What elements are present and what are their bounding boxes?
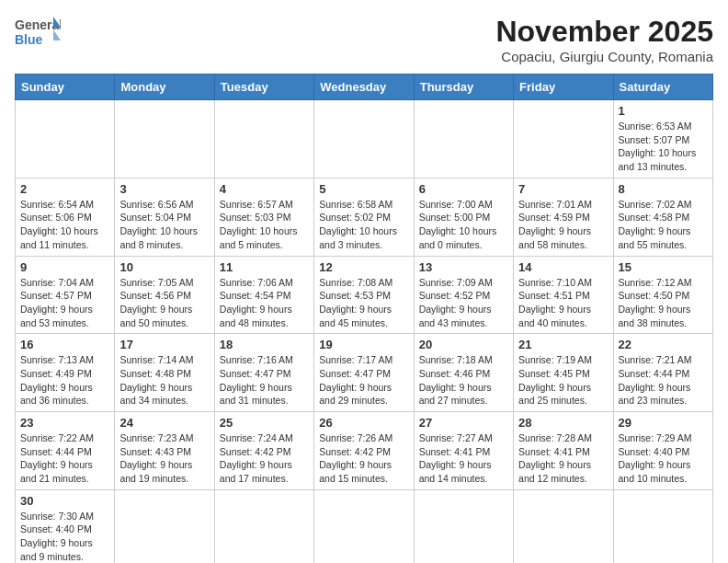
calendar-cell: 4Sunrise: 6:57 AM Sunset: 5:03 PM Daylig… [214, 178, 313, 256]
day-number: 17 [119, 338, 209, 351]
calendar-cell: 19Sunrise: 7:17 AM Sunset: 4:47 PM Dayli… [314, 334, 414, 412]
logo-svg: General Blue [15, 15, 61, 55]
week-row-1: 1Sunrise: 6:53 AM Sunset: 5:07 PM Daylig… [16, 100, 713, 178]
day-number: 5 [319, 182, 408, 196]
day-number: 15 [619, 260, 708, 274]
calendar-cell: 9Sunrise: 7:04 AM Sunset: 4:57 PM Daylig… [16, 256, 115, 334]
cell-info: Sunrise: 7:27 AM Sunset: 4:41 PM Dayligh… [419, 431, 508, 486]
calendar-cell: 17Sunrise: 7:14 AM Sunset: 4:48 PM Dayli… [115, 334, 214, 412]
day-header-sunday: Sunday [16, 75, 115, 100]
cell-info: Sunrise: 7:23 AM Sunset: 4:43 PM Dayligh… [119, 431, 209, 486]
day-number: 3 [119, 182, 209, 196]
day-number: 6 [419, 182, 508, 196]
day-number: 28 [518, 416, 608, 430]
day-number: 8 [619, 182, 708, 196]
calendar-cell: 14Sunrise: 7:10 AM Sunset: 4:51 PM Dayli… [514, 256, 613, 334]
cell-info: Sunrise: 6:53 AM Sunset: 5:07 PM Dayligh… [619, 120, 708, 174]
day-header-friday: Friday [514, 75, 613, 100]
calendar-cell [115, 489, 214, 563]
calendar-cell: 26Sunrise: 7:26 AM Sunset: 4:42 PM Dayli… [314, 412, 414, 490]
svg-text:Blue: Blue [15, 32, 43, 47]
calendar-cell [414, 100, 513, 178]
day-number: 12 [319, 260, 408, 274]
calendar-cell [214, 489, 313, 563]
calendar-cell: 11Sunrise: 7:06 AM Sunset: 4:54 PM Dayli… [214, 256, 313, 334]
calendar-cell: 30Sunrise: 7:30 AM Sunset: 4:40 PM Dayli… [16, 489, 115, 563]
cell-info: Sunrise: 7:17 AM Sunset: 4:47 PM Dayligh… [319, 353, 408, 408]
calendar-cell: 12Sunrise: 7:08 AM Sunset: 4:53 PM Dayli… [314, 256, 414, 334]
week-row-3: 9Sunrise: 7:04 AM Sunset: 4:57 PM Daylig… [16, 256, 713, 334]
cell-info: Sunrise: 7:00 AM Sunset: 5:00 PM Dayligh… [419, 198, 508, 252]
day-header-wednesday: Wednesday [314, 75, 414, 100]
calendar-cell: 18Sunrise: 7:16 AM Sunset: 4:47 PM Dayli… [214, 334, 313, 412]
cell-info: Sunrise: 7:18 AM Sunset: 4:46 PM Dayligh… [419, 353, 508, 408]
cell-info: Sunrise: 6:57 AM Sunset: 5:03 PM Dayligh… [220, 198, 309, 252]
title-area: November 2025 Copaciu, Giurgiu County, R… [495, 15, 713, 64]
day-number: 19 [319, 338, 408, 351]
day-number: 23 [20, 416, 109, 430]
day-number: 1 [619, 104, 708, 118]
calendar-cell: 6Sunrise: 7:00 AM Sunset: 5:00 PM Daylig… [414, 178, 513, 256]
days-header-row: SundayMondayTuesdayWednesdayThursdayFrid… [16, 75, 713, 100]
day-number: 10 [119, 260, 209, 274]
day-number: 27 [419, 416, 508, 430]
day-header-monday: Monday [115, 75, 214, 100]
cell-info: Sunrise: 7:02 AM Sunset: 4:58 PM Dayligh… [619, 198, 708, 252]
day-number: 26 [319, 416, 408, 430]
logo: General Blue [15, 15, 61, 55]
cell-info: Sunrise: 7:26 AM Sunset: 4:42 PM Dayligh… [319, 431, 408, 486]
calendar-cell [314, 100, 414, 178]
day-number: 20 [419, 338, 508, 351]
cell-info: Sunrise: 6:56 AM Sunset: 5:04 PM Dayligh… [119, 198, 209, 252]
cell-info: Sunrise: 7:30 AM Sunset: 4:40 PM Dayligh… [20, 510, 109, 563]
cell-info: Sunrise: 6:58 AM Sunset: 5:02 PM Dayligh… [319, 198, 408, 252]
cell-info: Sunrise: 7:12 AM Sunset: 4:50 PM Dayligh… [619, 276, 708, 330]
cell-info: Sunrise: 7:01 AM Sunset: 4:59 PM Dayligh… [518, 198, 608, 252]
cell-info: Sunrise: 7:04 AM Sunset: 4:57 PM Dayligh… [20, 276, 109, 330]
calendar-cell: 20Sunrise: 7:18 AM Sunset: 4:46 PM Dayli… [414, 334, 513, 412]
calendar-cell: 3Sunrise: 6:56 AM Sunset: 5:04 PM Daylig… [115, 178, 214, 256]
day-number: 14 [518, 260, 608, 274]
cell-info: Sunrise: 7:05 AM Sunset: 4:56 PM Dayligh… [119, 276, 209, 330]
cell-info: Sunrise: 7:14 AM Sunset: 4:48 PM Dayligh… [119, 353, 209, 408]
calendar-cell: 2Sunrise: 6:54 AM Sunset: 5:06 PM Daylig… [16, 178, 115, 256]
calendar-cell: 21Sunrise: 7:19 AM Sunset: 4:45 PM Dayli… [514, 334, 613, 412]
week-row-5: 23Sunrise: 7:22 AM Sunset: 4:44 PM Dayli… [16, 412, 713, 490]
calendar-cell: 28Sunrise: 7:28 AM Sunset: 4:41 PM Dayli… [514, 412, 613, 490]
header: General Blue November 2025 Copaciu, Giur… [15, 15, 713, 64]
week-row-6: 30Sunrise: 7:30 AM Sunset: 4:40 PM Dayli… [16, 489, 713, 563]
location-title: Copaciu, Giurgiu County, Romania [495, 49, 713, 64]
cell-info: Sunrise: 7:13 AM Sunset: 4:49 PM Dayligh… [20, 353, 109, 408]
calendar-cell: 27Sunrise: 7:27 AM Sunset: 4:41 PM Dayli… [414, 412, 513, 490]
day-number: 22 [619, 338, 708, 351]
calendar-cell [514, 100, 613, 178]
calendar-cell: 29Sunrise: 7:29 AM Sunset: 4:40 PM Dayli… [613, 412, 712, 490]
cell-info: Sunrise: 7:22 AM Sunset: 4:44 PM Dayligh… [20, 431, 109, 486]
calendar-cell [214, 100, 313, 178]
calendar-cell [414, 489, 513, 563]
day-number: 2 [20, 182, 109, 196]
cell-info: Sunrise: 7:16 AM Sunset: 4:47 PM Dayligh… [220, 353, 309, 408]
day-number: 29 [619, 416, 708, 430]
calendar-cell: 15Sunrise: 7:12 AM Sunset: 4:50 PM Dayli… [613, 256, 712, 334]
cell-info: Sunrise: 7:08 AM Sunset: 4:53 PM Dayligh… [319, 276, 408, 330]
week-row-4: 16Sunrise: 7:13 AM Sunset: 4:49 PM Dayli… [16, 334, 713, 412]
calendar-cell [115, 100, 214, 178]
day-header-saturday: Saturday [613, 75, 712, 100]
calendar-cell: 8Sunrise: 7:02 AM Sunset: 4:58 PM Daylig… [613, 178, 712, 256]
day-number: 13 [419, 260, 508, 274]
day-number: 11 [220, 260, 309, 274]
calendar-cell [314, 489, 414, 563]
day-number: 21 [518, 338, 608, 351]
calendar-cell [613, 489, 712, 563]
calendar-cell: 10Sunrise: 7:05 AM Sunset: 4:56 PM Dayli… [115, 256, 214, 334]
calendar-table: SundayMondayTuesdayWednesdayThursdayFrid… [15, 74, 713, 563]
calendar-cell: 22Sunrise: 7:21 AM Sunset: 4:44 PM Dayli… [613, 334, 712, 412]
cell-info: Sunrise: 7:19 AM Sunset: 4:45 PM Dayligh… [518, 353, 608, 408]
day-number: 9 [20, 260, 109, 274]
week-row-2: 2Sunrise: 6:54 AM Sunset: 5:06 PM Daylig… [16, 178, 713, 256]
day-number: 7 [518, 182, 608, 196]
cell-info: Sunrise: 7:10 AM Sunset: 4:51 PM Dayligh… [518, 276, 608, 330]
calendar-cell: 7Sunrise: 7:01 AM Sunset: 4:59 PM Daylig… [514, 178, 613, 256]
calendar-cell: 16Sunrise: 7:13 AM Sunset: 4:49 PM Dayli… [16, 334, 115, 412]
